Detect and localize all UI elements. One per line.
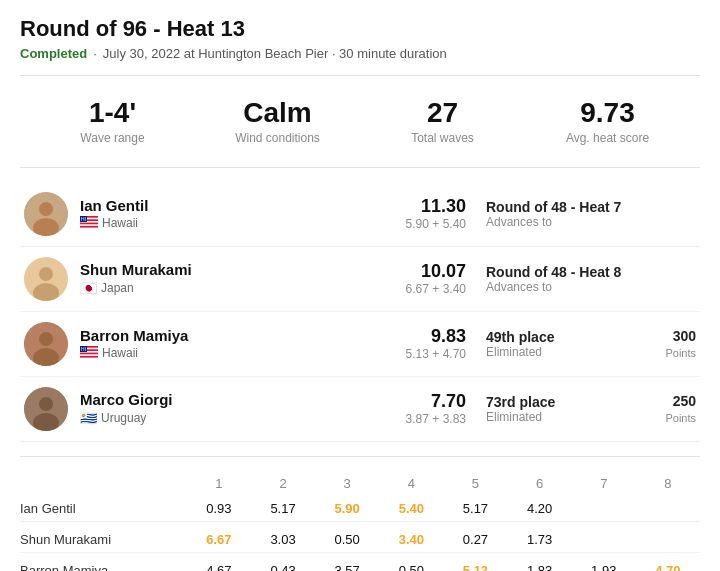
table-row: Shun Murakami6.673.030.503.400.271.73 bbox=[20, 521, 700, 552]
score-cell: 0.50 bbox=[315, 521, 379, 552]
stat-block: Calm Wind conditions bbox=[195, 98, 360, 145]
competitor-country: HI Hawaii bbox=[80, 346, 376, 361]
page-title: Round of 96 - Heat 13 bbox=[20, 16, 700, 42]
country-name: Hawaii bbox=[102, 216, 138, 230]
table-row: Barron Mamiya4.670.433.570.505.131.831.9… bbox=[20, 552, 700, 571]
wave-col-header: 7 bbox=[572, 471, 636, 496]
result-round: Round of 48 - Heat 7 bbox=[486, 199, 646, 215]
score-cell: 5.90 bbox=[315, 496, 379, 522]
surfer-name-cell: Shun Murakami bbox=[20, 521, 187, 552]
total-score: 9.83 bbox=[376, 326, 466, 347]
avatar bbox=[24, 192, 68, 236]
stats-row: 1-4' Wave range Calm Wind conditions 27 … bbox=[20, 90, 700, 153]
competitor-info: Marco Giorgi 🇺🇾 Uruguay bbox=[80, 391, 376, 426]
competitor-result: Round of 48 - Heat 8 Advances to bbox=[486, 264, 646, 294]
flag-icon: 🇺🇾 bbox=[80, 410, 97, 426]
score-cell: 0.93 bbox=[187, 496, 251, 522]
table-row: Ian Gentil0.935.175.905.405.174.20 bbox=[20, 496, 700, 522]
competitor-result: 73rd place Eliminated bbox=[486, 394, 646, 424]
svg-point-24 bbox=[39, 397, 53, 411]
flag-icon: HI bbox=[80, 346, 98, 361]
svg-rect-6 bbox=[80, 222, 98, 224]
svg-rect-7 bbox=[80, 226, 98, 228]
score-cell bbox=[572, 496, 636, 522]
svg-text:HI: HI bbox=[81, 346, 86, 352]
wave-col-header: 5 bbox=[443, 471, 507, 496]
result-round: 49th place bbox=[486, 329, 646, 345]
stat-label: Total waves bbox=[360, 131, 525, 145]
avatar bbox=[24, 322, 68, 366]
svg-text:HI: HI bbox=[81, 216, 86, 222]
total-score: 7.70 bbox=[376, 391, 466, 412]
score-cell: 5.17 bbox=[251, 496, 315, 522]
wave-scores-summary: 5.90 + 5.40 bbox=[376, 217, 466, 231]
competitor-name: Barron Mamiya bbox=[80, 327, 376, 344]
score-cell: 4.20 bbox=[508, 496, 572, 522]
list-item: Shun Murakami 🇯🇵 Japan 10.07 6.67 + 3.40… bbox=[20, 247, 700, 312]
competitor-info: Shun Murakami 🇯🇵 Japan bbox=[80, 261, 376, 296]
competitor-result: 49th place Eliminated bbox=[486, 329, 646, 359]
result-points: 300Points bbox=[646, 328, 696, 360]
competitor-name: Marco Giorgi bbox=[80, 391, 376, 408]
stat-block: 1-4' Wave range bbox=[30, 98, 195, 145]
competitor-info: Ian Gentil HI Hawaii bbox=[80, 197, 376, 231]
flag-icon: HI bbox=[80, 216, 98, 231]
score-cell: 3.57 bbox=[315, 552, 379, 571]
wave-scores-summary: 6.67 + 3.40 bbox=[376, 282, 466, 296]
flag-icon: 🇯🇵 bbox=[80, 280, 97, 296]
wave-col-header: 1 bbox=[187, 471, 251, 496]
divider-1 bbox=[20, 75, 700, 76]
result-status: Eliminated bbox=[486, 410, 646, 424]
list-item: Ian Gentil HI Hawaii 11.30 5.90 + 5.40 R… bbox=[20, 182, 700, 247]
result-points: 250Points bbox=[646, 393, 696, 425]
competitor-info: Barron Mamiya HI Hawaii bbox=[80, 327, 376, 361]
stat-value: Calm bbox=[195, 98, 360, 129]
country-name: Hawaii bbox=[102, 346, 138, 360]
wave-scores-table: 12345678Ian Gentil0.935.175.905.405.174.… bbox=[20, 471, 700, 571]
page-wrapper: Round of 96 - Heat 13 Completed · July 3… bbox=[0, 0, 720, 571]
competitor-country: HI Hawaii bbox=[80, 216, 376, 231]
event-meta: July 30, 2022 at Huntington Beach Pier ·… bbox=[103, 46, 447, 61]
meta-separator: · bbox=[93, 46, 97, 61]
score-cell bbox=[636, 496, 700, 522]
svg-point-11 bbox=[39, 267, 53, 281]
score-cell: 3.40 bbox=[379, 521, 443, 552]
svg-point-14 bbox=[39, 332, 53, 346]
stat-label: Wind conditions bbox=[195, 131, 360, 145]
competitor-name: Shun Murakami bbox=[80, 261, 376, 278]
score-cell: 5.13 bbox=[443, 552, 507, 571]
competitor-name: Ian Gentil bbox=[80, 197, 376, 214]
stat-block: 27 Total waves bbox=[360, 98, 525, 145]
score-cell bbox=[636, 521, 700, 552]
competitor-score-section: 10.07 6.67 + 3.40 bbox=[376, 261, 466, 296]
country-name: Uruguay bbox=[101, 411, 146, 425]
divider-2 bbox=[20, 167, 700, 168]
score-cell: 6.67 bbox=[187, 521, 251, 552]
wave-col-header: 6 bbox=[508, 471, 572, 496]
result-status: Advances to bbox=[486, 280, 646, 294]
wave-col-header: 3 bbox=[315, 471, 379, 496]
wave-table-section: 12345678Ian Gentil0.935.175.905.405.174.… bbox=[20, 471, 700, 571]
wave-col-header: 4 bbox=[379, 471, 443, 496]
competitor-country: 🇯🇵 Japan bbox=[80, 280, 376, 296]
svg-rect-20 bbox=[80, 356, 98, 358]
result-status: Eliminated bbox=[486, 345, 646, 359]
result-round: Round of 48 - Heat 8 bbox=[486, 264, 646, 280]
divider-3 bbox=[20, 456, 700, 457]
stat-value: 1-4' bbox=[30, 98, 195, 129]
stat-label: Wave range bbox=[30, 131, 195, 145]
status-badge: Completed bbox=[20, 46, 87, 61]
score-cell: 4.70 bbox=[636, 552, 700, 571]
total-score: 10.07 bbox=[376, 261, 466, 282]
competitor-score-section: 7.70 3.87 + 3.83 bbox=[376, 391, 466, 426]
list-item: Barron Mamiya HI Hawaii 9.83 5.13 + 4.70… bbox=[20, 312, 700, 377]
score-cell bbox=[572, 521, 636, 552]
svg-point-1 bbox=[39, 202, 53, 216]
competitor-score-section: 11.30 5.90 + 5.40 bbox=[376, 196, 466, 231]
competitors-list: Ian Gentil HI Hawaii 11.30 5.90 + 5.40 R… bbox=[20, 182, 700, 442]
total-score: 11.30 bbox=[376, 196, 466, 217]
surfer-name-cell: Barron Mamiya bbox=[20, 552, 187, 571]
competitor-score-section: 9.83 5.13 + 4.70 bbox=[376, 326, 466, 361]
wave-col-header: 2 bbox=[251, 471, 315, 496]
stat-label: Avg. heat score bbox=[525, 131, 690, 145]
